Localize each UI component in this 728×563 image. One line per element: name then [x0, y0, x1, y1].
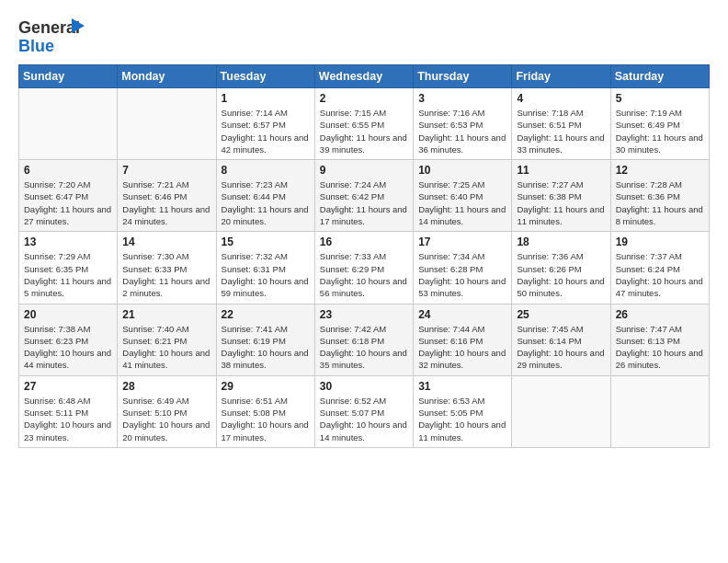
day-info: Sunrise: 7:28 AM Sunset: 6:36 PM Dayligh… — [616, 178, 704, 227]
day-info: Sunrise: 7:25 AM Sunset: 6:40 PM Dayligh… — [418, 178, 506, 227]
day-info: Sunrise: 7:34 AM Sunset: 6:28 PM Dayligh… — [418, 250, 506, 299]
day-number: 24 — [418, 308, 506, 321]
day-info: Sunrise: 7:30 AM Sunset: 6:33 PM Dayligh… — [122, 250, 210, 299]
header: GeneralBlue — [18, 15, 710, 55]
logo: GeneralBlue — [18, 15, 92, 55]
day-number: 30 — [320, 380, 408, 393]
day-cell: 1Sunrise: 7:14 AM Sunset: 6:57 PM Daylig… — [216, 88, 314, 160]
day-number: 22 — [222, 308, 310, 321]
day-number: 12 — [616, 164, 704, 177]
day-cell: 15Sunrise: 7:32 AM Sunset: 6:31 PM Dayli… — [216, 232, 314, 304]
day-info: Sunrise: 7:42 AM Sunset: 6:18 PM Dayligh… — [320, 323, 408, 372]
day-cell: 2Sunrise: 7:15 AM Sunset: 6:55 PM Daylig… — [314, 88, 413, 160]
day-number: 19 — [616, 236, 704, 248]
day-number: 16 — [320, 236, 408, 248]
day-info: Sunrise: 7:29 AM Sunset: 6:35 PM Dayligh… — [24, 250, 112, 299]
day-info: Sunrise: 7:32 AM Sunset: 6:31 PM Dayligh… — [222, 250, 310, 299]
day-info: Sunrise: 7:44 AM Sunset: 6:16 PM Dayligh… — [418, 323, 506, 372]
day-number: 31 — [418, 380, 506, 393]
day-cell: 8Sunrise: 7:23 AM Sunset: 6:44 PM Daylig… — [216, 160, 314, 232]
svg-text:Blue: Blue — [18, 37, 54, 55]
day-number: 25 — [517, 308, 605, 321]
day-cell: 27Sunrise: 6:48 AM Sunset: 5:11 PM Dayli… — [19, 375, 118, 447]
day-cell — [610, 375, 709, 447]
day-cell — [19, 88, 118, 160]
calendar: SundayMondayTuesdayWednesdayThursdayFrid… — [18, 64, 710, 448]
day-cell: 3Sunrise: 7:16 AM Sunset: 6:53 PM Daylig… — [414, 88, 512, 160]
day-number: 14 — [122, 236, 210, 248]
day-cell: 21Sunrise: 7:40 AM Sunset: 6:21 PM Dayli… — [118, 304, 216, 375]
day-info: Sunrise: 7:23 AM Sunset: 6:44 PM Dayligh… — [222, 178, 310, 227]
day-number: 17 — [418, 236, 506, 248]
day-cell: 11Sunrise: 7:27 AM Sunset: 6:38 PM Dayli… — [512, 160, 610, 232]
day-cell — [512, 375, 610, 447]
logo-svg: GeneralBlue — [18, 15, 92, 55]
day-info: Sunrise: 6:48 AM Sunset: 5:11 PM Dayligh… — [24, 395, 112, 443]
day-cell: 26Sunrise: 7:47 AM Sunset: 6:13 PM Dayli… — [610, 304, 709, 375]
day-cell: 7Sunrise: 7:21 AM Sunset: 6:46 PM Daylig… — [118, 160, 216, 232]
day-number: 23 — [320, 308, 408, 321]
day-cell: 20Sunrise: 7:38 AM Sunset: 6:23 PM Dayli… — [19, 304, 118, 375]
day-info: Sunrise: 7:38 AM Sunset: 6:23 PM Dayligh… — [24, 323, 112, 372]
day-number: 11 — [517, 164, 605, 177]
weekday-header-tuesday: Tuesday — [216, 65, 314, 88]
day-info: Sunrise: 6:52 AM Sunset: 5:07 PM Dayligh… — [320, 395, 408, 443]
day-info: Sunrise: 7:14 AM Sunset: 6:57 PM Dayligh… — [222, 107, 310, 155]
day-info: Sunrise: 7:19 AM Sunset: 6:49 PM Dayligh… — [616, 107, 704, 155]
day-cell: 23Sunrise: 7:42 AM Sunset: 6:18 PM Dayli… — [314, 304, 413, 375]
day-info: Sunrise: 7:36 AM Sunset: 6:26 PM Dayligh… — [517, 250, 605, 299]
day-number: 21 — [122, 308, 210, 321]
day-number: 27 — [24, 380, 112, 393]
day-cell: 4Sunrise: 7:18 AM Sunset: 6:51 PM Daylig… — [512, 88, 610, 160]
day-number: 10 — [418, 164, 506, 177]
day-cell: 16Sunrise: 7:33 AM Sunset: 6:29 PM Dayli… — [314, 232, 413, 304]
day-info: Sunrise: 7:24 AM Sunset: 6:42 PM Dayligh… — [320, 178, 408, 227]
day-cell: 30Sunrise: 6:52 AM Sunset: 5:07 PM Dayli… — [314, 375, 413, 447]
day-info: Sunrise: 7:20 AM Sunset: 6:47 PM Dayligh… — [24, 178, 112, 227]
day-info: Sunrise: 7:45 AM Sunset: 6:14 PM Dayligh… — [517, 323, 605, 372]
weekday-header-wednesday: Wednesday — [314, 65, 413, 88]
day-info: Sunrise: 7:40 AM Sunset: 6:21 PM Dayligh… — [122, 323, 210, 372]
day-number: 20 — [24, 308, 112, 321]
day-cell: 13Sunrise: 7:29 AM Sunset: 6:35 PM Dayli… — [19, 232, 118, 304]
day-cell: 12Sunrise: 7:28 AM Sunset: 6:36 PM Dayli… — [610, 160, 709, 232]
day-cell: 25Sunrise: 7:45 AM Sunset: 6:14 PM Dayli… — [512, 304, 610, 375]
day-cell: 17Sunrise: 7:34 AM Sunset: 6:28 PM Dayli… — [414, 232, 512, 304]
day-number: 6 — [24, 164, 112, 177]
weekday-header-thursday: Thursday — [414, 65, 512, 88]
day-info: Sunrise: 6:51 AM Sunset: 5:08 PM Dayligh… — [222, 395, 310, 443]
day-number: 28 — [122, 380, 210, 393]
day-cell: 9Sunrise: 7:24 AM Sunset: 6:42 PM Daylig… — [314, 160, 413, 232]
day-cell: 28Sunrise: 6:49 AM Sunset: 5:10 PM Dayli… — [118, 375, 216, 447]
weekday-header-monday: Monday — [118, 65, 216, 88]
day-info: Sunrise: 7:27 AM Sunset: 6:38 PM Dayligh… — [517, 178, 605, 227]
day-number: 29 — [222, 380, 310, 393]
day-cell: 10Sunrise: 7:25 AM Sunset: 6:40 PM Dayli… — [414, 160, 512, 232]
day-info: Sunrise: 7:21 AM Sunset: 6:46 PM Dayligh… — [122, 178, 210, 227]
day-number: 13 — [24, 236, 112, 248]
day-number: 1 — [222, 92, 310, 105]
day-number: 7 — [122, 164, 210, 177]
week-row-1: 1Sunrise: 7:14 AM Sunset: 6:57 PM Daylig… — [19, 88, 710, 160]
day-number: 15 — [222, 236, 310, 248]
day-number: 4 — [517, 92, 605, 105]
day-number: 3 — [418, 92, 506, 105]
weekday-header-row: SundayMondayTuesdayWednesdayThursdayFrid… — [19, 65, 710, 88]
day-cell — [118, 88, 216, 160]
day-cell: 22Sunrise: 7:41 AM Sunset: 6:19 PM Dayli… — [216, 304, 314, 375]
day-number: 18 — [517, 236, 605, 248]
week-row-2: 6Sunrise: 7:20 AM Sunset: 6:47 PM Daylig… — [19, 160, 710, 232]
svg-text:General: General — [18, 18, 80, 37]
day-number: 2 — [320, 92, 408, 105]
day-info: Sunrise: 7:37 AM Sunset: 6:24 PM Dayligh… — [616, 250, 704, 299]
day-cell: 29Sunrise: 6:51 AM Sunset: 5:08 PM Dayli… — [216, 375, 314, 447]
day-cell: 18Sunrise: 7:36 AM Sunset: 6:26 PM Dayli… — [512, 232, 610, 304]
weekday-header-saturday: Saturday — [610, 65, 709, 88]
day-info: Sunrise: 7:33 AM Sunset: 6:29 PM Dayligh… — [320, 250, 408, 299]
day-number: 5 — [616, 92, 704, 105]
day-cell: 14Sunrise: 7:30 AM Sunset: 6:33 PM Dayli… — [118, 232, 216, 304]
day-cell: 6Sunrise: 7:20 AM Sunset: 6:47 PM Daylig… — [19, 160, 118, 232]
day-cell: 31Sunrise: 6:53 AM Sunset: 5:05 PM Dayli… — [414, 375, 512, 447]
day-cell: 24Sunrise: 7:44 AM Sunset: 6:16 PM Dayli… — [414, 304, 512, 375]
day-info: Sunrise: 7:47 AM Sunset: 6:13 PM Dayligh… — [616, 323, 704, 372]
